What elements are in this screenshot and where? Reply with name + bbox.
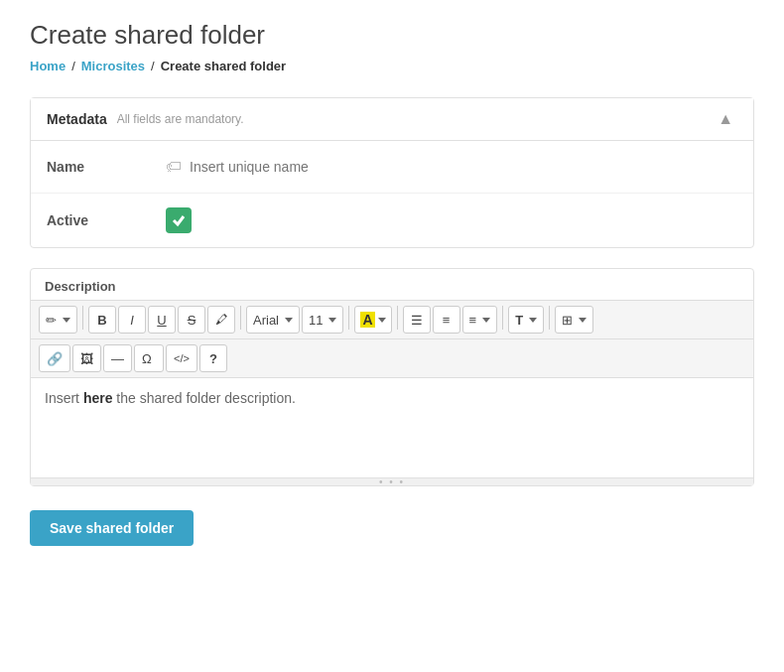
active-checkbox-wrap[interactable]	[166, 207, 192, 233]
breadcrumb-current: Create shared folder	[161, 59, 286, 73]
list-unordered-icon: ☰	[411, 313, 423, 328]
list-unordered-button[interactable]: ☰	[403, 306, 431, 334]
save-shared-folder-button[interactable]: Save shared folder	[30, 510, 194, 546]
toolbar-sep-2	[240, 306, 241, 330]
toolbar-group-align: ≡	[462, 306, 498, 334]
breadcrumb-home[interactable]: Home	[30, 59, 65, 73]
breadcrumb-microsites[interactable]: Microsites	[81, 59, 145, 73]
name-field-row: Name 🏷	[31, 141, 753, 194]
underline-button[interactable]: U	[148, 306, 176, 334]
metadata-collapse-button[interactable]: ▲	[714, 110, 737, 128]
editor-toolbar-row1: ✏ B I U S 🖍 Arial 11	[31, 300, 753, 339]
image-button[interactable]: 🖼	[72, 344, 101, 372]
strikethrough-icon: S	[188, 313, 196, 328]
eraser-icon: 🖍	[215, 313, 227, 327]
editor-toolbar-row2: 🔗 🖼 — Ω </> ?	[31, 339, 753, 378]
name-input-wrap: 🏷	[166, 155, 737, 179]
active-label: Active	[47, 212, 166, 228]
toolbar-group-font: Arial	[246, 306, 300, 334]
toolbar-group-format: B I U S 🖍	[88, 306, 235, 334]
toolbar-group-1: ✏	[39, 306, 77, 334]
font-family-button[interactable]: Arial	[246, 306, 300, 334]
highlight-icon: A	[360, 312, 374, 329]
text-format-icon: T	[515, 313, 523, 328]
highlight-chevron	[378, 318, 386, 323]
toolbar-group-highlight: A	[354, 306, 391, 334]
editor-text-after: the shared folder description.	[112, 390, 295, 406]
toolbar-group-textformat: T	[508, 306, 544, 334]
font-family-label: Arial	[253, 313, 279, 328]
description-section: Description ✏ B I U S 🖍 Arial	[30, 268, 754, 486]
list-ordered-icon: ≡	[443, 313, 451, 328]
pen-icon: ✏	[46, 313, 57, 328]
italic-button[interactable]: I	[118, 306, 146, 334]
bold-button[interactable]: B	[88, 306, 116, 334]
text-format-button[interactable]: T	[508, 306, 544, 334]
toolbar-sep-1	[82, 306, 83, 330]
help-icon: ?	[209, 351, 217, 366]
omega-icon: Ω	[142, 351, 156, 365]
link-icon: 🔗	[47, 351, 63, 366]
metadata-subtitle: All fields are mandatory.	[117, 112, 244, 126]
align-icon: ≡	[469, 313, 477, 328]
special-chars-button[interactable]: Ω	[134, 344, 164, 372]
hr-button[interactable]: —	[103, 344, 132, 372]
active-checkbox[interactable]	[166, 207, 192, 233]
align-chevron	[482, 318, 490, 323]
toolbar-sep-5	[502, 306, 503, 330]
font-size-button[interactable]: 11	[302, 306, 343, 334]
align-button[interactable]: ≡	[462, 306, 498, 334]
editor-content[interactable]: Insert here the shared folder descriptio…	[31, 378, 753, 477]
pen-tool-button[interactable]: ✏	[39, 306, 77, 334]
font-family-chevron	[285, 318, 293, 323]
link-button[interactable]: 🔗	[39, 344, 70, 372]
toolbar-sep-4	[397, 306, 398, 330]
text-format-chevron	[529, 318, 537, 323]
name-label: Name	[47, 159, 166, 175]
strikethrough-button[interactable]: S	[178, 306, 205, 334]
font-size-chevron	[328, 318, 336, 323]
image-icon: 🖼	[80, 351, 93, 366]
active-field-row: Active	[31, 194, 753, 247]
eraser-button[interactable]: 🖍	[207, 306, 235, 334]
table-icon: ⊞	[562, 313, 573, 328]
tag-icon: 🏷	[166, 158, 182, 176]
checkmark-icon	[172, 213, 186, 227]
metadata-section-header: Metadata All fields are mandatory. ▲	[31, 98, 753, 141]
list-ordered-button[interactable]: ≡	[433, 306, 460, 334]
table-chevron	[579, 318, 587, 323]
description-label: Description	[31, 269, 753, 300]
pen-tool-chevron	[63, 318, 70, 323]
toolbar-group-table: ⊞	[555, 306, 593, 334]
metadata-section: Metadata All fields are mandatory. ▲ Nam…	[30, 97, 754, 248]
toolbar-group-misc: 🔗 🖼 — Ω </> ?	[39, 344, 227, 372]
toolbar-group-size: 11	[302, 306, 343, 334]
resize-dots-icon: • • •	[379, 476, 405, 487]
toolbar-group-lists: ☰ ≡	[403, 306, 460, 334]
metadata-header-left: Metadata All fields are mandatory.	[47, 111, 244, 127]
toolbar-sep-6	[549, 306, 550, 330]
breadcrumb-separator-1: /	[71, 59, 75, 73]
table-button[interactable]: ⊞	[555, 306, 593, 334]
source-icon: </>	[174, 352, 190, 364]
source-button[interactable]: </>	[166, 344, 197, 372]
name-input[interactable]	[190, 155, 737, 179]
font-size-label: 11	[309, 313, 323, 328]
page-title: Create shared folder	[30, 20, 754, 51]
svg-text:Ω: Ω	[142, 351, 152, 365]
editor-text-before: Insert	[45, 390, 83, 406]
editor-text-bold: here	[83, 390, 113, 406]
metadata-title: Metadata	[47, 111, 107, 127]
breadcrumb: Home / Microsites / Create shared folder	[30, 59, 754, 73]
toolbar-sep-3	[348, 306, 349, 330]
breadcrumb-separator-2: /	[151, 59, 155, 73]
hr-icon: —	[111, 351, 124, 366]
editor-resize-handle[interactable]: • • •	[31, 477, 753, 485]
help-button[interactable]: ?	[199, 344, 227, 372]
highlight-button[interactable]: A	[354, 306, 391, 334]
